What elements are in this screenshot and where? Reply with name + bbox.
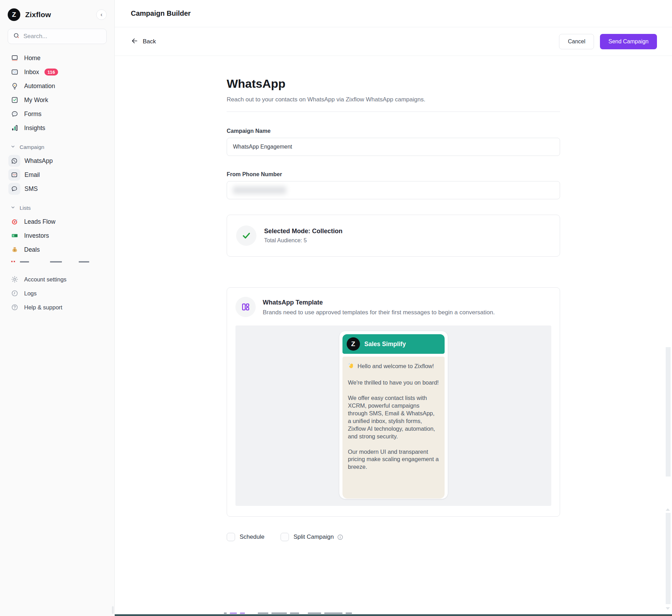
sidebar-item-deals[interactable]: $ Deals — [8, 243, 107, 257]
sms-icon — [8, 183, 20, 195]
sidebar-item-help-support[interactable]: Help & support — [8, 300, 107, 314]
campaign-form: WhatsApp Reach out to your contacts on W… — [227, 56, 560, 541]
template-preview-panel: Z Sales Simplify Hello and welcome to Zi… — [235, 325, 551, 506]
inner-scrollbar-thumb[interactable] — [666, 513, 671, 604]
selected-mode-card: Selected Mode: Collection Total Audience… — [227, 215, 560, 257]
gauge-icon — [10, 289, 19, 298]
lightbulb-icon — [10, 82, 19, 90]
chevron-down-icon — [10, 144, 15, 150]
message-paragraph: Our modern UI and transparent pricing ma… — [348, 448, 439, 471]
preview-header: Z Sales Simplify — [342, 334, 445, 354]
clipped-list-item[interactable] — [8, 260, 107, 265]
template-description: Brands need to use approved templates fo… — [263, 309, 495, 316]
scroll-up-arrow-icon[interactable] — [666, 508, 670, 511]
svg-text:$: $ — [14, 249, 15, 252]
sidebar-collapse-button[interactable]: ‹ — [96, 9, 107, 20]
schedule-label: Schedule — [240, 533, 264, 540]
message-body: Hello and welcome to Zixflow!We're thril… — [342, 357, 445, 499]
search-placeholder: Search... — [23, 33, 47, 40]
section-campaign[interactable]: Campaign — [8, 144, 107, 150]
template-icon — [235, 297, 256, 317]
page-scrollbar-thumb[interactable] — [666, 347, 671, 477]
search-input[interactable]: Search... — [8, 29, 107, 44]
clipped-section-sliver — [224, 611, 352, 614]
divider — [227, 112, 560, 112]
whatsapp-template-card: WhatsApp Template Brands need to use app… — [227, 287, 560, 517]
arrow-left-icon — [131, 37, 139, 46]
selected-mode-title: Selected Mode: Collection — [264, 228, 342, 235]
split-campaign-label: Split Campaign — [293, 533, 334, 540]
question-icon — [10, 303, 19, 311]
gear-icon — [10, 275, 19, 284]
template-card-header: WhatsApp Template Brands need to use app… — [235, 297, 551, 317]
search-icon — [13, 32, 20, 41]
sidebar-item-sms[interactable]: SMS — [8, 182, 107, 196]
chevron-down-icon — [10, 205, 15, 211]
money-bag-icon: $ — [10, 245, 19, 254]
money-note-icon: $ — [10, 231, 19, 240]
channel-subtitle: Reach out to your contacts on WhatsApp v… — [227, 96, 560, 103]
form-bubble-icon — [10, 110, 19, 118]
schedule-checkbox[interactable] — [227, 533, 235, 541]
split-campaign-option: Split Campaign — [281, 533, 344, 541]
cancel-button[interactable]: Cancel — [559, 34, 594, 49]
sidebar-item-leads-flow[interactable]: Leads Flow — [8, 215, 107, 229]
next-section-top-edge — [115, 614, 672, 616]
sidebar-scrollbar[interactable] — [112, 606, 114, 614]
campaign-name-label: Campaign Name — [227, 128, 560, 134]
schedule-option: Schedule — [227, 533, 264, 541]
sidebar-item-account-settings[interactable]: Account settings — [8, 272, 107, 286]
channel-title: WhatsApp — [227, 77, 560, 91]
sidebar-item-my-work[interactable]: My Work — [8, 93, 107, 107]
primary-nav: Home Inbox 116 Automation My Work — [8, 51, 107, 135]
brand-row: Z Zixflow ‹ — [8, 7, 107, 22]
message-paragraph: We offer easy contact lists with XCRM, p… — [348, 394, 439, 440]
home-icon — [10, 54, 19, 62]
sidebar-item-automation[interactable]: Automation — [8, 79, 107, 93]
sidebar-item-email[interactable]: Email — [8, 168, 107, 182]
sidebar-item-investors[interactable]: $ Investors — [8, 229, 107, 243]
scroll-down-arrow-icon[interactable] — [666, 607, 670, 610]
message-preview: Z Sales Simplify Hello and welcome to Zi… — [339, 331, 448, 499]
page-title: Campaign Builder — [131, 9, 191, 17]
whatsapp-icon — [8, 155, 20, 167]
sidebar-item-logs[interactable]: Logs — [8, 286, 107, 300]
inbox-icon — [10, 68, 19, 76]
send-campaign-button[interactable]: Send Campaign — [600, 34, 657, 49]
redacted-phone-number — [233, 186, 286, 194]
zixflow-logo: Z — [8, 8, 20, 21]
inbox-unread-badge: 116 — [44, 69, 58, 76]
sidebar-item-home[interactable]: Home — [8, 51, 107, 65]
zixflow-app: Z Zixflow ‹ Search... Home Inbox 1 — [0, 0, 672, 616]
message-paragraph: Hello and welcome to Zixflow! — [348, 363, 439, 371]
back-button[interactable]: Back — [131, 37, 156, 46]
bar-chart-icon — [10, 124, 19, 132]
section-lists[interactable]: Lists — [8, 205, 107, 211]
brand-name: Zixflow — [25, 10, 51, 19]
target-dart-icon — [10, 217, 19, 226]
sidebar-item-whatsapp[interactable]: WhatsApp — [8, 154, 107, 168]
sidebar-item-insights[interactable]: Insights — [8, 121, 107, 135]
campaign-name-input[interactable] — [227, 138, 560, 156]
waving-hand-icon — [348, 363, 355, 371]
lists-nav: Leads Flow $ Investors $ Deals — [8, 215, 107, 257]
sidebar-item-inbox[interactable]: Inbox 116 — [8, 65, 107, 79]
main-area: Campaign Builder Back Cancel Send Campai… — [115, 0, 672, 616]
total-audience: Total Audience: 5 — [264, 237, 342, 244]
action-bar: Back Cancel Send Campaign — [115, 27, 672, 56]
template-title: WhatsApp Template — [263, 297, 495, 306]
action-buttons: Cancel Send Campaign — [559, 34, 657, 49]
message-paragraph: We're thrilled to have you on board! — [348, 379, 439, 387]
sidebar-footer: Account settings Logs Help & support — [8, 272, 107, 314]
page-header: Campaign Builder — [115, 0, 672, 27]
split-campaign-checkbox[interactable] — [281, 533, 289, 541]
sidebar-item-forms[interactable]: Forms — [8, 107, 107, 121]
task-check-icon — [10, 96, 19, 104]
email-icon — [8, 169, 20, 181]
sidebar: Z Zixflow ‹ Search... Home Inbox 1 — [0, 0, 115, 616]
sender-name: Sales Simplify — [365, 341, 406, 348]
from-phone-input[interactable] — [227, 181, 560, 199]
campaign-nav: WhatsApp Email SMS — [8, 154, 107, 196]
svg-text:$: $ — [13, 235, 14, 237]
info-icon[interactable] — [337, 534, 344, 540]
